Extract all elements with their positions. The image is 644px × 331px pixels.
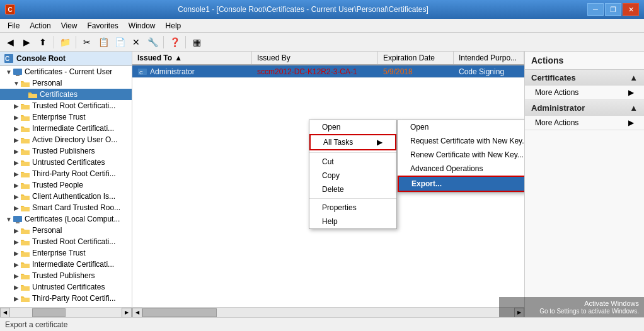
scroll-right-btn[interactable]: ▶ [122, 308, 132, 318]
tree-item-local-trusted-root[interactable]: ▶ Trusted Root Certificati... [0, 236, 132, 247]
tree-label: Intermediate Certificati... [32, 124, 114, 133]
expand-icon[interactable]: ▶ [13, 272, 20, 279]
paste-button[interactable]: 📄 [112, 35, 127, 50]
tree-item-intermediate[interactable]: ▶ Intermediate Certificati... [0, 123, 132, 134]
actions-more-actions-2[interactable]: More Actions ▶ [525, 116, 644, 130]
ctx-copy[interactable]: Copy [309, 169, 396, 182]
scroll-thumb[interactable] [32, 308, 66, 317]
expand-icon[interactable]: ▶ [13, 283, 20, 291]
toolbar-separator-1 [54, 36, 54, 48]
col-purpose[interactable]: Intended Purpo... [454, 52, 524, 64]
ctx-properties[interactable]: Properties [309, 201, 396, 215]
tree-item-trusted-publishers[interactable]: ▶ Trusted Publishers [0, 145, 132, 157]
tree-item-enterprise-trust[interactable]: ▶ Enterprise Trust [0, 111, 132, 123]
expand-icon[interactable]: ▼ [5, 215, 13, 223]
tree-item-local-untrusted[interactable]: ▶ Untrusted Certificates [0, 281, 132, 293]
expand-icon[interactable]: ▶ [13, 227, 20, 234]
ctx-delete[interactable]: Delete [309, 182, 396, 196]
expand-icon[interactable]: ▶ [13, 204, 20, 211]
scroll-left-btn[interactable]: ◀ [0, 308, 10, 318]
expand-icon[interactable]: ▶ [13, 147, 20, 155]
expand-icon[interactable]: ▶ [13, 181, 20, 189]
tree-item-personal[interactable]: ▼ Personal [0, 77, 132, 89]
svg-rect-5 [28, 94, 37, 98]
expand-icon[interactable]: ▶ [13, 159, 20, 166]
tree-item-local-enterprise[interactable]: ▶ Enterprise Trust [0, 247, 132, 259]
expand-icon[interactable]: ▶ [13, 261, 20, 268]
expand-icon[interactable]: ▶ [13, 102, 20, 109]
folder-icon [20, 226, 30, 235]
tree-item-local-third-party[interactable]: ▶ Third-Party Root Certifi... [0, 293, 132, 304]
tree-hscrollbar[interactable]: ◀ ▶ [0, 307, 132, 317]
expand-icon[interactable]: ▶ [13, 125, 20, 132]
help-button[interactable]: ❓ [167, 35, 182, 50]
tree-item-local-personal[interactable]: ▶ Personal [0, 225, 132, 236]
tree-item-smart-card[interactable]: ▶ Smart Card Trusted Roo... [0, 202, 132, 213]
menu-action[interactable]: Action [25, 20, 55, 31]
expand-icon[interactable]: ▶ [13, 295, 20, 302]
tree-label: Intermediate Certificati... [32, 260, 114, 269]
tree-item-certs-local[interactable]: ▼ Certificates (Local Comput... [0, 213, 132, 225]
expand-icon[interactable]: ▼ [13, 79, 20, 87]
col-expiration[interactable]: Expiration Date [378, 52, 454, 64]
tree-label: Enterprise Trust [32, 249, 86, 257]
tree-item-trusted-people[interactable]: ▶ Trusted People [0, 179, 132, 191]
grid-button[interactable]: ▦ [189, 35, 204, 50]
scroll-thumb[interactable] [142, 308, 217, 317]
tree-item-active-directory[interactable]: ▶ Active Directory User O... [0, 134, 132, 145]
content-hscrollbar[interactable]: ◀ ▶ [132, 307, 524, 317]
tree-item-local-publishers[interactable]: ▶ Trusted Publishers [0, 270, 132, 281]
menu-view[interactable]: View [56, 20, 83, 31]
tree-panel[interactable]: C Console Root ▼ Certificates - Current … [0, 52, 132, 317]
tree-item-third-party[interactable]: ▶ Third-Party Root Certifi... [0, 168, 132, 179]
tree-item-certificates[interactable]: Certificates [0, 89, 132, 100]
tree-item-trusted-root[interactable]: ▶ Trusted Root Certificati... [0, 100, 132, 111]
cut-button[interactable]: ✂ [79, 35, 95, 50]
scroll-track[interactable] [142, 308, 514, 318]
forward-button[interactable]: ▶ [19, 35, 34, 50]
folder-icon [20, 113, 30, 121]
menu-favorites[interactable]: Favorites [83, 20, 124, 31]
svg-rect-10 [21, 150, 30, 155]
ctx-cut[interactable]: Cut [309, 155, 396, 169]
expand-icon[interactable]: ▶ [13, 170, 20, 177]
col-issued-to[interactable]: Issued To ▲ [132, 52, 252, 64]
tree-item-client-auth[interactable]: ▶ Client Authentication Is... [0, 191, 132, 202]
ctx-properties-label: Properties [322, 203, 357, 212]
show-hide-console-tree[interactable]: 📁 [57, 35, 72, 50]
ctx-all-tasks[interactable]: All Tasks ▶ [309, 134, 396, 150]
scroll-left-btn[interactable]: ◀ [132, 308, 142, 318]
expand-icon[interactable]: ▶ [13, 193, 20, 200]
properties-button[interactable]: 🔧 [145, 35, 160, 50]
copy-button[interactable]: 📋 [96, 35, 111, 50]
tree-item-certificates-current-user[interactable]: ▼ Certificates - Current User [0, 66, 132, 77]
expand-icon[interactable] [20, 91, 28, 98]
actions-administrator-header[interactable]: Administrator ▲ [525, 100, 644, 116]
delete-button[interactable]: ✕ [129, 35, 144, 50]
ctx-open[interactable]: Open [309, 120, 396, 134]
tree-item-local-intermediate[interactable]: ▶ Intermediate Certificati... [0, 259, 132, 270]
close-button[interactable]: ✕ [623, 3, 639, 16]
actions-certificates-header[interactable]: Certificates ▲ [525, 70, 644, 86]
expand-icon[interactable]: ▶ [13, 113, 20, 121]
menu-help[interactable]: Help [161, 20, 187, 31]
tree-item-untrusted[interactable]: ▶ Untrusted Certificates [0, 157, 132, 168]
ctx-help[interactable]: Help [309, 215, 396, 228]
back-button[interactable]: ◀ [3, 35, 18, 50]
expand-icon[interactable]: ▶ [13, 249, 20, 257]
col-label: Issued To [137, 53, 172, 62]
menu-window[interactable]: Window [124, 20, 161, 31]
scroll-track[interactable] [10, 308, 122, 318]
expand-icon[interactable]: ▶ [13, 136, 20, 143]
context-menu[interactable]: Open All Tasks ▶ Cut Copy Delete [309, 120, 397, 229]
expand-icon[interactable]: ▼ [5, 68, 13, 76]
up-button[interactable]: ⬆ [35, 35, 50, 50]
actions-more-actions-1[interactable]: More Actions ▶ [525, 86, 644, 99]
col-issued-by[interactable]: Issued By [252, 52, 378, 64]
restore-button[interactable]: ❐ [605, 3, 621, 16]
expand-icon[interactable]: ▶ [13, 238, 20, 245]
menu-file[interactable]: File [3, 20, 25, 31]
minimize-button[interactable]: ─ [587, 3, 604, 16]
table-row[interactable]: C Administrator sccm2012-DC-K12R2-3-CA-1… [132, 65, 524, 78]
folder-icon [20, 271, 30, 280]
